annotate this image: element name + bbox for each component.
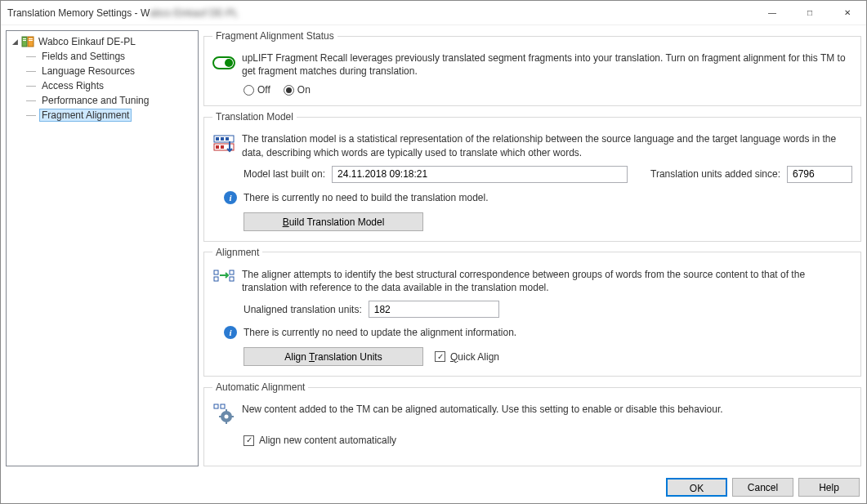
- svg-rect-2: [23, 38, 26, 39]
- last-built-label: Model last built on:: [244, 168, 325, 180]
- alignment-description: The aligner attempts to identify the bes…: [242, 268, 852, 294]
- svg-rect-17: [214, 404, 218, 408]
- svg-rect-21: [226, 409, 227, 412]
- cancel-button[interactable]: Cancel: [732, 478, 793, 497]
- window-title: Translation Memory Settings - Wabco Eink…: [7, 7, 238, 19]
- last-built-field[interactable]: [332, 166, 628, 183]
- dialog-footer: OK Cancel Help: [1, 471, 866, 503]
- tree-item-label: Fragment Alignment: [39, 109, 132, 122]
- alignment-icon: [212, 268, 235, 291]
- tree-item[interactable]: —Performance and Tuning: [8, 93, 196, 108]
- tree-item[interactable]: —Access Rights: [8, 78, 196, 93]
- window-title-blur: abco Einkauf DE-PL: [150, 7, 238, 19]
- info-icon: i: [224, 326, 237, 339]
- radio-on[interactable]: On: [284, 84, 311, 96]
- alignment-group: Alignment The aligner attempts to identi…: [203, 247, 861, 377]
- tree-line-icon: —: [26, 65, 38, 77]
- tree-item[interactable]: —Language Resources: [8, 64, 196, 78]
- tree-item-label: Performance and Tuning: [39, 94, 151, 107]
- model-legend: Translation Model: [212, 111, 297, 123]
- svg-rect-18: [221, 404, 225, 408]
- tree-line-icon: —: [26, 80, 38, 91]
- svg-rect-8: [216, 137, 219, 140]
- svg-rect-10: [226, 137, 229, 140]
- svg-rect-4: [23, 40, 26, 41]
- tree-line-icon: —: [26, 51, 38, 62]
- collapse-icon[interactable]: ◢: [10, 38, 20, 46]
- model-icon: [212, 132, 235, 155]
- build-model-button[interactable]: Build Translation Model: [244, 212, 423, 231]
- svg-rect-23: [219, 416, 221, 417]
- svg-rect-3: [29, 38, 33, 39]
- content-panel: Fragment Alignment Status upLIFT Fragmen…: [203, 30, 861, 466]
- svg-rect-0: [22, 37, 27, 47]
- svg-rect-14: [214, 277, 218, 281]
- window-title-text: Translation Memory Settings - W: [7, 7, 150, 19]
- close-button[interactable]: ✕: [829, 1, 866, 25]
- svg-rect-13: [214, 270, 218, 274]
- info-icon: i: [224, 191, 237, 204]
- settings-tree[interactable]: ◢ Wabco Einkauf DE-PL —Fields and Settin…: [6, 30, 199, 466]
- units-added-field[interactable]: [787, 166, 852, 183]
- tree-item-label: Access Rights: [39, 79, 106, 92]
- quick-align-checkbox[interactable]: ✓ Quick Align: [435, 351, 499, 363]
- units-added-label: Translation units added since:: [650, 168, 780, 180]
- svg-rect-11: [216, 145, 219, 149]
- help-button[interactable]: Help: [798, 478, 860, 497]
- build-model-label: uild Translation Model: [289, 216, 385, 228]
- model-info-text: There is currently no need to build the …: [244, 192, 489, 203]
- auto-align-checkbox[interactable]: ✓ Align new content automatically: [244, 435, 396, 446]
- model-description: The translation model is a statistical r…: [242, 132, 852, 158]
- svg-point-20: [225, 415, 229, 419]
- svg-rect-15: [230, 270, 234, 274]
- radio-on-label: On: [297, 84, 311, 96]
- tree-item[interactable]: —Fields and Settings: [8, 49, 196, 64]
- auto-icon: [212, 403, 235, 426]
- alignment-legend: Alignment: [212, 247, 262, 258]
- radio-off-label: Off: [257, 84, 270, 96]
- tree-item[interactable]: —Fragment Alignment: [8, 108, 196, 123]
- tree-line-icon: —: [26, 95, 38, 106]
- svg-rect-24: [231, 416, 234, 417]
- toggle-icon: [212, 51, 235, 74]
- svg-rect-12: [221, 145, 224, 149]
- svg-rect-1: [28, 37, 34, 47]
- svg-rect-22: [226, 421, 227, 424]
- svg-rect-16: [230, 277, 234, 281]
- auto-description: New content added to the TM can be align…: [242, 403, 852, 416]
- align-button-label: ranslation Units: [315, 351, 382, 363]
- quick-align-label: uick Align: [458, 351, 499, 363]
- status-legend: Fragment Alignment Status: [212, 30, 337, 42]
- status-description: upLIFT Fragment Recall leverages previou…: [242, 51, 852, 78]
- auto-group: Automatic Alignment New content added to…: [203, 381, 861, 466]
- unaligned-field[interactable]: [369, 301, 499, 318]
- auto-legend: Automatic Alignment: [212, 381, 308, 393]
- minimize-button[interactable]: —: [753, 1, 791, 25]
- svg-rect-9: [221, 137, 224, 140]
- ok-button[interactable]: OK: [666, 478, 727, 497]
- svg-rect-5: [29, 40, 33, 41]
- tree-item-label: Language Resources: [39, 65, 137, 78]
- tree-root-label: Wabco Einkauf DE-PL: [36, 35, 138, 48]
- status-group: Fragment Alignment Status upLIFT Fragmen…: [203, 30, 861, 106]
- radio-off[interactable]: Off: [244, 84, 270, 96]
- maximize-button[interactable]: □: [791, 1, 829, 25]
- tree-item-label: Fields and Settings: [39, 50, 127, 63]
- model-group: Translation Model The translation model …: [203, 111, 861, 241]
- titlebar: Translation Memory Settings - Wabco Eink…: [1, 1, 866, 25]
- tree-line-icon: —: [26, 109, 38, 121]
- align-units-button[interactable]: Align Translation Units: [244, 347, 423, 366]
- auto-align-label: Align new content automatically: [259, 435, 396, 446]
- tree-root[interactable]: ◢ Wabco Einkauf DE-PL: [8, 34, 196, 49]
- alignment-info-text: There is currently no need to update the…: [244, 327, 516, 338]
- tm-icon: [21, 35, 34, 48]
- unaligned-label: Unaligned translation units:: [244, 304, 362, 315]
